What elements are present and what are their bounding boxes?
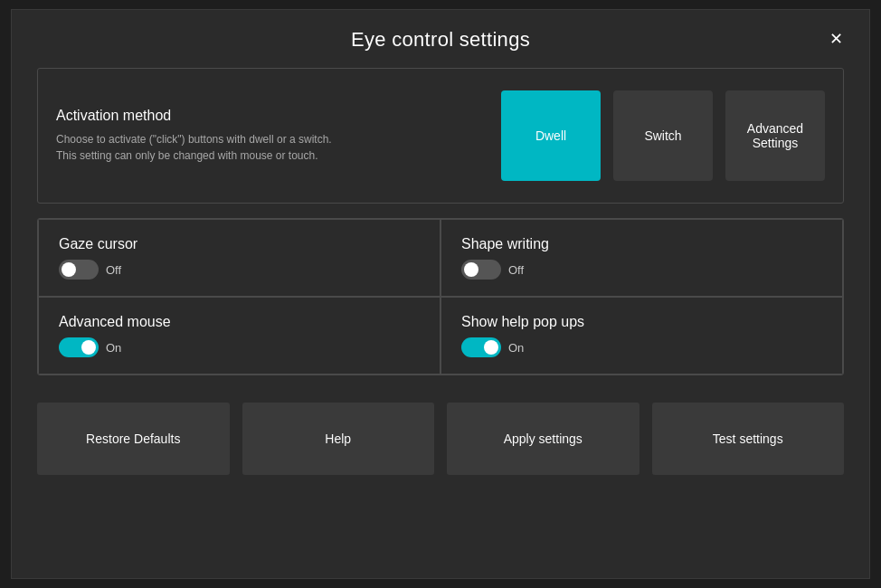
gaze-cursor-title: Gaze cursor: [59, 236, 420, 252]
shape-writing-toggle-row: Off: [461, 260, 822, 280]
advanced-mouse-label: On: [106, 341, 121, 355]
eye-control-settings-dialog: Eye control settings ✕ Activation method…: [11, 9, 870, 579]
advanced-mouse-toggle[interactable]: [59, 337, 99, 357]
activation-dwell-button[interactable]: Dwell: [501, 90, 601, 181]
bottom-buttons: Restore Defaults Help Apply settings Tes…: [37, 403, 844, 475]
activation-switch-button[interactable]: Switch: [613, 90, 713, 181]
activation-label: Activation method Choose to activate ("c…: [56, 108, 346, 164]
dialog-title: Eye control settings: [351, 28, 530, 52]
activation-method-section: Activation method Choose to activate ("c…: [37, 68, 844, 204]
show-help-label: On: [508, 341, 524, 355]
show-help-slider: [461, 337, 501, 357]
shape-writing-title: Shape writing: [461, 236, 822, 252]
show-help-title: Show help pop ups: [461, 314, 822, 330]
activation-description: Choose to activate ("click") buttons wit…: [56, 131, 346, 164]
show-help-toggle-row: On: [461, 337, 822, 357]
shape-writing-label: Off: [508, 263, 524, 277]
test-settings-button[interactable]: Test settings: [652, 403, 845, 475]
activation-heading: Activation method: [56, 108, 346, 124]
show-help-cell: Show help pop ups On: [440, 297, 843, 375]
shape-writing-toggle[interactable]: [461, 260, 501, 280]
settings-grid: Gaze cursor Off Shape writing Off: [37, 218, 844, 375]
advanced-mouse-title: Advanced mouse: [59, 314, 420, 330]
show-help-toggle[interactable]: [461, 337, 501, 357]
shape-writing-cell: Shape writing Off: [440, 219, 843, 297]
restore-defaults-button[interactable]: Restore Defaults: [37, 403, 230, 475]
help-button[interactable]: Help: [242, 403, 435, 475]
dialog-content: Activation method Choose to activate ("c…: [12, 68, 869, 493]
shape-writing-slider: [461, 260, 501, 280]
gaze-cursor-toggle[interactable]: [59, 260, 99, 280]
gaze-cursor-label: Off: [106, 263, 121, 277]
apply-settings-button[interactable]: Apply settings: [447, 403, 639, 475]
advanced-mouse-slider: [59, 337, 99, 357]
gaze-cursor-slider: [59, 260, 99, 280]
activation-buttons: Dwell Switch Advanced Settings: [501, 90, 825, 181]
close-button[interactable]: ✕: [820, 24, 851, 54]
advanced-mouse-cell: Advanced mouse On: [38, 297, 440, 375]
title-bar: Eye control settings ✕: [12, 10, 869, 68]
advanced-mouse-toggle-row: On: [59, 337, 420, 357]
gaze-cursor-toggle-row: Off: [59, 260, 420, 280]
activation-advanced-button[interactable]: Advanced Settings: [725, 90, 825, 181]
gaze-cursor-cell: Gaze cursor Off: [38, 219, 440, 297]
